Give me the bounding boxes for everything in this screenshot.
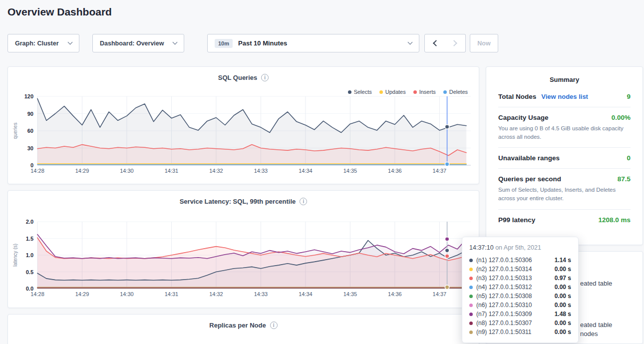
now-button-label: Now [477, 40, 490, 47]
node-color-dot-icon [469, 286, 473, 289]
view-nodes-list-link[interactable]: View nodes list [541, 93, 588, 100]
svg-text:14:30: 14:30 [120, 168, 134, 174]
chevron-down-icon [173, 40, 178, 45]
summary-title: Summary [486, 67, 643, 86]
info-icon[interactable]: i [261, 74, 269, 81]
tooltip-row: (n8) 127.0.0.1:503070.00 s [469, 319, 571, 328]
tooltip-node-label: (n8) 127.0.0.1:50307 [476, 320, 532, 327]
queries-per-second-description: Sum of Selects, Updates, Inserts, and De… [498, 186, 631, 202]
service-latency-panel: Service Latency: SQL, 99th percentile i … [7, 190, 479, 308]
summary-row-total-nodes: Total Nodes View nodes list 9 [498, 86, 631, 107]
time-range-label: Past 10 Minutes [238, 39, 287, 47]
latency-hover-tooltip: 14:37:10 on Apr 5th, 2021 (n1) 127.0.0.1… [462, 237, 579, 343]
dashboard-dropdown[interactable]: Dashboard: Overview [92, 34, 184, 52]
sql-queries-panel: SQL Queries i SelectsUpdatesInsertsDelet… [7, 66, 479, 184]
svg-text:14:31: 14:31 [165, 291, 179, 297]
legend-dot-icon [348, 90, 351, 94]
event-item[interactable]: eated table [580, 321, 612, 329]
chevron-down-icon [408, 40, 413, 45]
svg-text:14:37: 14:37 [433, 168, 447, 174]
tooltip-node-label: (n7) 127.0.0.1:50309 [476, 311, 532, 318]
legend-item-inserts[interactable]: Inserts [413, 89, 436, 95]
legend-label: Inserts [419, 89, 436, 95]
svg-text:1.5: 1.5 [26, 236, 33, 242]
svg-text:14:31: 14:31 [165, 168, 179, 174]
tooltip-node-label: (n5) 127.0.0.1:50308 [476, 293, 532, 300]
tooltip-node-value: 0.00 s [555, 266, 571, 273]
svg-text:14:33: 14:33 [254, 291, 268, 297]
sql-queries-chart-title: SQL Queries i [8, 67, 479, 81]
svg-text:queries: queries [12, 123, 18, 139]
svg-text:60: 60 [27, 128, 33, 134]
svg-text:14:35: 14:35 [343, 168, 357, 174]
tooltip-row: (n1) 127.0.0.1:503061.14 s [469, 256, 571, 265]
graph-dropdown-label: Graph: Cluster [15, 40, 59, 47]
svg-text:14:36: 14:36 [388, 291, 402, 297]
time-range-picker[interactable]: 10m Past 10 Minutes [207, 34, 419, 52]
info-icon[interactable]: i [270, 322, 278, 329]
svg-text:14:28: 14:28 [30, 168, 44, 174]
time-next-button-disabled[interactable] [445, 34, 466, 52]
legend-dot-icon [413, 90, 417, 94]
replicas-per-node-panel: Replicas per Node i [7, 314, 479, 344]
page-title: Overview Dashboard [7, 6, 112, 18]
summary-row-p99-latency: P99 latency 1208.0 ms [498, 210, 631, 230]
service-latency-chart-title: Service Latency: SQL, 99th percentile i [8, 191, 479, 205]
p99-latency-value: 1208.0 ms [598, 216, 631, 224]
summary-row-queries-per-second: Queries per second 87.5 Sum of Selects, … [498, 169, 631, 209]
svg-text:14:37: 14:37 [433, 291, 447, 297]
node-color-dot-icon [469, 304, 473, 307]
svg-text:14:29: 14:29 [75, 168, 89, 174]
event-item[interactable]: nodes [580, 330, 598, 338]
legend-item-selects[interactable]: Selects [348, 89, 372, 95]
tooltip-row: (n5) 127.0.0.1:503080.00 s [469, 292, 571, 301]
service-latency-chart[interactable]: 14:2814:2914:3014:3114:3214:3314:3414:35… [10, 218, 477, 301]
svg-text:0.5: 0.5 [26, 269, 33, 275]
unavailable-ranges-value: 0 [627, 154, 631, 162]
svg-text:14:32: 14:32 [209, 168, 223, 174]
queries-per-second-value: 87.5 [618, 175, 631, 183]
p99-latency-label: P99 latency [498, 216, 535, 224]
time-range-badge: 10m [215, 39, 233, 48]
svg-text:14:35: 14:35 [343, 291, 357, 297]
tooltip-node-value: 0.00 s [555, 329, 571, 336]
tooltip-node-value: 0.00 s [555, 293, 571, 300]
svg-text:120: 120 [24, 93, 33, 99]
capacity-usage-description: You are using 0 B of 4.5 GiB usable disk… [498, 124, 631, 141]
svg-text:90: 90 [27, 111, 33, 117]
legend-item-updates[interactable]: Updates [379, 89, 406, 95]
tooltip-row: (n2) 127.0.0.1:503140.00 s [469, 265, 571, 274]
legend-item-deletes[interactable]: Deletes [443, 89, 468, 95]
replicas-per-node-chart-title: Replicas per Node i [8, 315, 479, 329]
summary-row-unavailable-ranges: Unavailable ranges 0 [498, 148, 631, 169]
time-prev-button[interactable] [424, 34, 445, 52]
svg-text:14:29: 14:29 [75, 291, 89, 297]
summary-panel: Summary Total Nodes View nodes list 9 Ca… [486, 66, 643, 245]
tooltip-node-value: 0.00 s [555, 302, 571, 309]
legend-label: Deletes [449, 89, 468, 95]
legend-dot-icon [379, 90, 383, 94]
sql-queries-legend: SelectsUpdatesInsertsDeletes [348, 89, 468, 95]
tooltip-node-label: (n9) 127.0.0.1:50311 [476, 329, 532, 336]
total-nodes-label: Total Nodes [498, 93, 536, 100]
svg-text:14:34: 14:34 [299, 168, 313, 174]
svg-text:14:33: 14:33 [254, 168, 268, 174]
tooltip-timestamp: 14:37:10 on Apr 5th, 2021 [469, 244, 571, 251]
overview-dashboard-page: Overview Dashboard Graph: Cluster Dashbo… [0, 0, 644, 344]
info-icon[interactable]: i [300, 198, 307, 205]
now-button-disabled[interactable]: Now [470, 34, 498, 52]
unavailable-ranges-label: Unavailable ranges [498, 154, 560, 162]
node-color-dot-icon [469, 259, 473, 262]
chevron-down-icon [68, 40, 73, 45]
graph-dropdown[interactable]: Graph: Cluster [7, 34, 79, 52]
event-item[interactable]: eated table [580, 280, 612, 287]
sql-queries-chart[interactable]: 14:2814:2914:3014:3114:3214:3314:3414:35… [10, 92, 477, 177]
svg-text:latency (s): latency (s) [12, 244, 18, 267]
queries-per-second-label: Queries per second [498, 175, 561, 183]
tooltip-node-label: (n3) 127.0.0.1:50313 [476, 275, 532, 282]
dashboard-dropdown-label: Dashboard: Overview [100, 40, 164, 47]
summary-row-capacity-usage: Capacity Usage 0.00% You are using 0 B o… [498, 107, 631, 148]
tooltip-row: (n4) 127.0.0.1:503120.00 s [469, 283, 571, 292]
svg-text:14:28: 14:28 [30, 291, 44, 297]
svg-text:14:32: 14:32 [209, 291, 223, 297]
